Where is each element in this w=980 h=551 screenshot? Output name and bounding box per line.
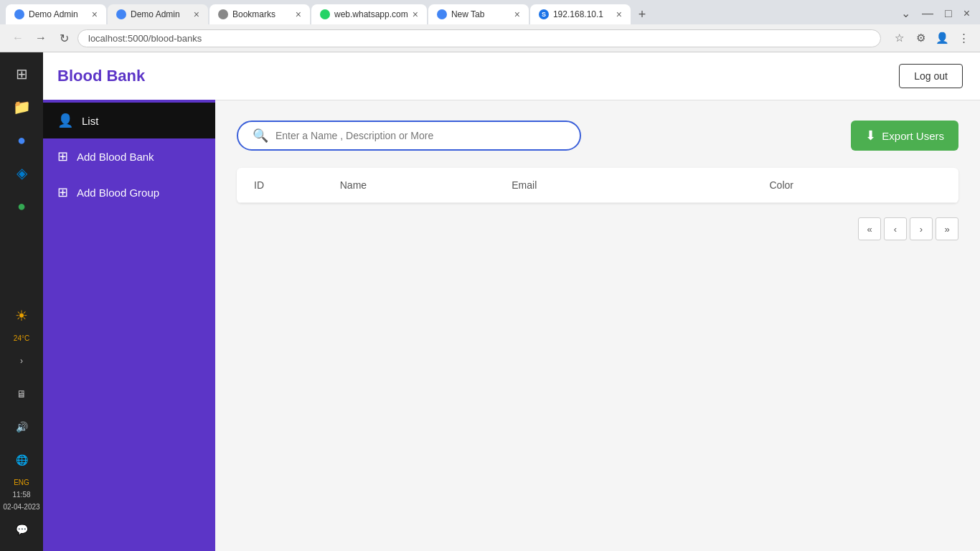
export-icon: ⬇ — [865, 128, 876, 143]
sidebar-item-add-blood-group-label: Add Blood Group — [77, 187, 159, 199]
logout-button[interactable]: Log out — [899, 64, 963, 88]
tab-label-4: web.whatsapp.com — [334, 9, 408, 19]
search-box: 🔍 — [237, 121, 581, 151]
tab-favicon-1 — [14, 9, 24, 19]
tab-new-tab[interactable]: New Tab × — [428, 4, 529, 24]
taskbar-browser-icon[interactable]: ● — [7, 126, 36, 154]
tab-label-6: 192.168.10.1 — [553, 9, 612, 19]
tab-demo-admin-1[interactable]: Demo Admin × — [6, 4, 106, 24]
tab-controls: ⌄ — □ × — [897, 5, 974, 24]
taskbar-weather-icon: ☀ — [7, 301, 36, 330]
search-icon: 🔍 — [253, 128, 268, 143]
pagination-first[interactable]: « — [858, 217, 881, 240]
taskbar-screen-icon[interactable]: 🖥 — [7, 380, 36, 408]
reload-button[interactable]: ↻ — [55, 29, 73, 47]
tab-favicon-5 — [437, 9, 447, 19]
back-button[interactable]: ← — [9, 29, 27, 47]
tab-close-6[interactable]: × — [616, 9, 622, 20]
tab-favicon-6: S — [539, 9, 549, 19]
sidebar-item-add-blood-bank-label: Add Blood Bank — [77, 151, 154, 163]
taskbar-date: 02-04-2023 — [3, 503, 39, 511]
tab-favicon-4 — [320, 9, 330, 19]
taskbar-arrow-icon[interactable]: › — [7, 347, 36, 375]
tab-close-5[interactable]: × — [514, 9, 520, 20]
tab-close-3[interactable]: × — [296, 9, 301, 20]
close-window-icon[interactable]: × — [959, 6, 974, 22]
tab-favicon-3 — [218, 9, 228, 19]
taskbar-volume-icon[interactable]: 🔊 — [7, 413, 36, 441]
taskbar-temperature: 24°C — [14, 334, 29, 342]
sidebar-item-add-blood-bank[interactable]: ⊞ Add Blood Bank — [43, 138, 215, 174]
nav-icons: ☆ ⚙ 👤 ⋮ — [891, 30, 971, 46]
taskbar-network-icon[interactable]: 🌐 — [7, 446, 36, 474]
extensions-icon[interactable]: ⚙ — [913, 30, 928, 46]
nav-bar: ← → ↻ localhost:5000/blood-banks ☆ ⚙ 👤 ⋮ — [0, 24, 980, 52]
main-header: Log out — [215, 52, 980, 100]
taskbar-lang: ENG — [14, 479, 29, 486]
tab-close-1[interactable]: × — [92, 9, 98, 20]
minimize-icon[interactable]: — — [918, 6, 938, 22]
col-color: Color — [770, 179, 942, 191]
tab-label-1: Demo Admin — [29, 9, 88, 19]
tab-bookmarks[interactable]: Bookmarks × — [209, 4, 310, 24]
tab-close-2[interactable]: × — [194, 9, 199, 20]
sidebar: Blood Bank 👤 List ⊞ Add Blood Bank ⊞ Add… — [43, 52, 215, 551]
sidebar-nav: 👤 List ⊞ Add Blood Bank ⊞ Add Blood Grou… — [43, 100, 215, 210]
tab-label-5: New Tab — [451, 9, 510, 19]
bookmark-icon[interactable]: ☆ — [891, 30, 907, 46]
pagination: « ‹ › » — [237, 217, 958, 240]
pagination-last[interactable]: » — [936, 217, 958, 240]
tab-192[interactable]: S 192.168.10.1 × — [530, 4, 631, 24]
browser-chrome: Demo Admin × Demo Admin × Bookmarks × we… — [0, 0, 980, 52]
add-blood-group-icon: ⊞ — [57, 184, 68, 200]
main-body: 🔍 ⬇ Export Users ID Name Email Color « — [215, 100, 980, 551]
address-bar[interactable]: localhost:5000/blood-banks — [77, 29, 881, 47]
search-input[interactable] — [275, 130, 565, 141]
app-wrapper: ⊞ 📁 ● ◈ ● ☀ 24°C › 🖥 🔊 🌐 ENG 11:58 02-04… — [0, 52, 980, 551]
toolbar: 🔍 ⬇ Export Users — [237, 121, 958, 151]
main-content: Log out 🔍 ⬇ Export Users ID Name Email C… — [215, 52, 980, 551]
taskbar-chrome-green-icon[interactable]: ● — [7, 192, 36, 220]
add-blood-bank-icon: ⊞ — [57, 149, 68, 164]
taskbar-time: 11:58 — [12, 491, 30, 499]
maximize-icon[interactable]: □ — [941, 6, 956, 22]
menu-icon[interactable]: ⋮ — [956, 30, 971, 46]
address-text: localhost:5000/blood-banks — [88, 33, 202, 44]
col-email: Email — [512, 179, 769, 191]
forward-button[interactable]: → — [32, 29, 50, 47]
taskbar-bottom: ☀ 24°C › 🖥 🔊 🌐 ENG 11:58 02-04-2023 💬 — [3, 301, 39, 544]
taskbar-files-icon[interactable]: 📁 — [7, 93, 36, 121]
tab-whatsapp[interactable]: web.whatsapp.com × — [311, 4, 427, 24]
data-table: ID Name Email Color — [237, 168, 958, 203]
list-icon: 👤 — [57, 113, 73, 128]
col-name: Name — [340, 179, 512, 191]
export-label: Export Users — [882, 130, 944, 142]
sidebar-item-list-label: List — [82, 115, 98, 127]
tab-close-4[interactable]: × — [413, 9, 418, 20]
sidebar-item-list[interactable]: 👤 List — [43, 103, 215, 138]
sidebar-title: Blood Bank — [43, 52, 215, 100]
tab-demo-admin-2[interactable]: Demo Admin × — [108, 4, 208, 24]
pagination-next[interactable]: › — [910, 217, 933, 240]
tab-favicon-2 — [116, 9, 126, 19]
profile-icon[interactable]: 👤 — [934, 30, 950, 46]
sidebar-item-add-blood-group[interactable]: ⊞ Add Blood Group — [43, 174, 215, 210]
col-id: ID — [254, 179, 340, 191]
tab-label-2: Demo Admin — [131, 9, 189, 19]
taskbar-vscode-icon[interactable]: ◈ — [7, 159, 36, 187]
table-header: ID Name Email Color — [237, 168, 958, 203]
tab-bar: Demo Admin × Demo Admin × Bookmarks × we… — [0, 0, 980, 24]
taskbar-chat-icon[interactable]: 💬 — [7, 515, 36, 544]
pagination-prev[interactable]: ‹ — [884, 217, 907, 240]
tab-menu-icon[interactable]: ⌄ — [897, 5, 915, 22]
taskbar-start-icon[interactable]: ⊞ — [7, 60, 36, 88]
tab-label-3: Bookmarks — [232, 9, 291, 19]
taskbar: ⊞ 📁 ● ◈ ● ☀ 24°C › 🖥 🔊 🌐 ENG 11:58 02-04… — [0, 52, 43, 551]
new-tab-button[interactable]: + — [632, 4, 652, 24]
export-users-button[interactable]: ⬇ Export Users — [851, 121, 958, 151]
